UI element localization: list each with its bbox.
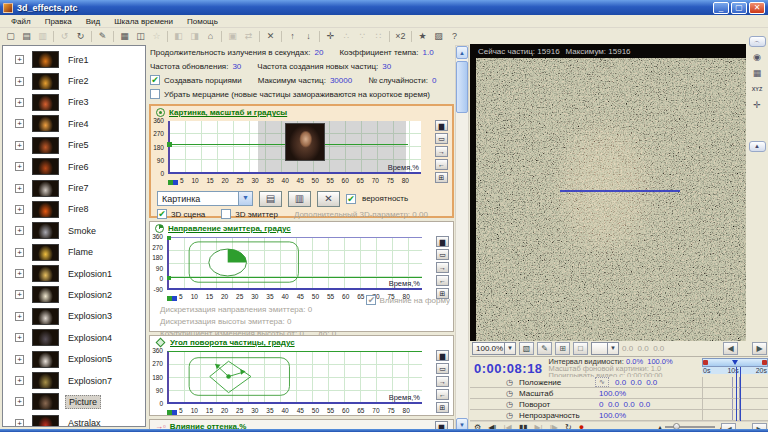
maximize-panel-icon[interactable]: ▆ xyxy=(436,236,449,247)
expand-icon[interactable]: + xyxy=(15,397,24,406)
track-value[interactable]: 100.0% xyxy=(599,411,626,420)
range-end-handle[interactable] xyxy=(762,360,767,365)
toolbar-icon[interactable] xyxy=(409,30,414,43)
tree-item[interactable]: + Smoke xyxy=(3,220,145,241)
window-panel-icon[interactable]: ▭ xyxy=(436,363,449,374)
panel2-title[interactable]: Направление эмиттера, градус xyxy=(168,224,291,233)
expand-icon[interactable]: + xyxy=(15,77,24,86)
save-icon[interactable]: ▥ xyxy=(35,30,50,43)
move-down-icon[interactable]: ↓ xyxy=(301,30,316,43)
favorite-icon[interactable]: ☆ xyxy=(149,30,164,43)
scrollbar-thumb[interactable] xyxy=(456,61,468,113)
toolbar-icon[interactable] xyxy=(165,30,170,43)
tree-item[interactable]: + Flame xyxy=(3,242,145,263)
maximize-button[interactable]: ▢ xyxy=(731,2,747,14)
pan-left-icon[interactable]: ◀ xyxy=(723,342,738,355)
max-particles-value[interactable]: 30000 xyxy=(330,76,352,85)
camera-icon[interactable]: ▧ xyxy=(519,342,534,355)
undo-icon[interactable]: ↺ xyxy=(57,30,72,43)
clapperboard-icon[interactable]: ◫ xyxy=(133,30,148,43)
tree-item[interactable]: + Explosion2 xyxy=(3,284,145,305)
texture-dropdown[interactable]: Картинка ▼ xyxy=(157,191,253,206)
expand-icon[interactable]: + xyxy=(15,55,24,64)
toolbar-icon[interactable] xyxy=(317,30,322,43)
stopwatch-icon[interactable]: ◷ xyxy=(506,389,516,398)
pie-icon[interactable] xyxy=(155,224,164,233)
tree-item[interactable]: + Fire7 xyxy=(3,177,145,198)
next-arrow-icon[interactable]: → xyxy=(436,376,449,387)
playhead-line[interactable] xyxy=(736,367,737,421)
expand-icon[interactable]: + xyxy=(15,162,24,171)
save-texture-button[interactable]: ▥ xyxy=(288,191,311,207)
transform-icon[interactable]: ✛ xyxy=(323,30,338,43)
tile-view-icon[interactable]: ⊞ xyxy=(555,342,570,355)
help-icon[interactable]: ? xyxy=(447,30,462,43)
curve-handle[interactable] xyxy=(167,142,172,147)
update-rate-value[interactable]: 30 xyxy=(232,62,241,71)
visible-range-band[interactable] xyxy=(702,358,768,367)
cart-icon[interactable]: ⌂ xyxy=(203,30,218,43)
zoom-dropdown[interactable]: 100.0% ▼ xyxy=(472,342,516,355)
toolbar-icon[interactable] xyxy=(279,30,284,43)
toolbar-icon[interactable] xyxy=(257,30,262,43)
background-image-icon[interactable]: ▨ xyxy=(431,30,446,43)
grid-icon[interactable]: ▦ xyxy=(750,67,764,79)
stopwatch-icon[interactable]: ◷ xyxy=(506,411,516,420)
duration-value[interactable]: 20 xyxy=(314,48,323,57)
timeline-ruler[interactable]: 0s10s20s xyxy=(702,356,768,377)
range-start-handle[interactable] xyxy=(703,360,708,365)
tree-item[interactable]: + Explosion7 xyxy=(3,370,145,391)
tree-item[interactable]: + Fire6 xyxy=(3,156,145,177)
title-bar[interactable]: 3d_effects.ptc _ ▢ ✕ xyxy=(0,0,768,15)
middle-scrollbar[interactable]: ▲ ▼ xyxy=(455,45,469,432)
keyframe-area[interactable] xyxy=(702,410,768,420)
tree-item[interactable]: + Picture xyxy=(3,391,145,412)
toolbar-icon[interactable] xyxy=(387,30,392,43)
collapse-top-icon[interactable]: ︵ xyxy=(749,36,766,47)
keyframe-area[interactable] xyxy=(702,377,768,387)
playhead-line[interactable] xyxy=(740,367,741,421)
emitter-axis-line[interactable] xyxy=(560,190,680,192)
batch-checkbox[interactable]: ✔ xyxy=(150,75,160,85)
loop-icon[interactable]: ∿ xyxy=(595,377,609,387)
import-icon[interactable]: ◧ xyxy=(171,30,186,43)
preview-viewport[interactable]: Сейчас частиц: 15916 Максимум: 15916 xyxy=(470,44,746,341)
close-button[interactable]: ✕ xyxy=(749,2,765,14)
track-value[interactable]: 0 0.0 0.0 0.0 xyxy=(599,400,650,409)
stopwatch-icon[interactable]: ◷ xyxy=(506,400,516,409)
x2-icon[interactable]: ×2 xyxy=(393,30,408,43)
stopwatch-icon[interactable]: ◷ xyxy=(506,378,516,387)
panel3-title[interactable]: Угол поворота частицы, градус xyxy=(170,338,295,347)
delete-texture-button[interactable]: ✕ xyxy=(317,191,340,207)
chevron-down-icon[interactable]: ▼ xyxy=(238,192,252,205)
tree-item[interactable]: + Fire8 xyxy=(3,199,145,220)
plot-area[interactable] xyxy=(168,121,421,174)
timeline-row[interactable]: ◷ Поворот 0 0.0 0.0 0.0 xyxy=(470,399,768,410)
timeline-row[interactable]: ◷ Непрозрачность 100.0% xyxy=(470,410,768,421)
next-arrow-icon[interactable]: → xyxy=(435,146,448,157)
expand-icon[interactable]: + xyxy=(15,355,24,364)
scene3d-checkbox[interactable]: ✔ xyxy=(157,209,167,219)
xyz-axes-icon[interactable]: XYZ xyxy=(750,83,764,95)
fit-view-icon[interactable]: ⊞ xyxy=(436,402,449,413)
tree-item[interactable]: + Explosion5 xyxy=(3,348,145,369)
expand-icon[interactable]: + xyxy=(15,226,24,235)
tree-item[interactable]: + Astralax xyxy=(3,413,145,427)
expand-icon[interactable]: + xyxy=(15,184,24,193)
prev-arrow-icon[interactable]: ← xyxy=(436,275,449,286)
expand-icon[interactable]: + xyxy=(15,290,24,299)
keyframe-area[interactable] xyxy=(702,399,768,409)
probability-checkbox[interactable]: ✔ xyxy=(346,194,356,204)
panel-radio-icon[interactable] xyxy=(156,108,165,117)
tree-item[interactable]: + Explosion1 xyxy=(3,263,145,284)
random-seed-value[interactable]: 0 xyxy=(432,76,436,85)
expand-icon[interactable]: + xyxy=(15,141,24,150)
load-texture-button[interactable]: ▤ xyxy=(259,191,282,207)
emitter-direction-graph[interactable]: 360270180900-90 510152025303540455055606… xyxy=(150,235,453,303)
minimize-button[interactable]: _ xyxy=(713,2,729,14)
link-icon[interactable]: ⇄ xyxy=(241,30,256,43)
chevron-down-icon[interactable]: ▼ xyxy=(504,343,515,354)
eyedropper-icon[interactable]: ✎ xyxy=(537,342,552,355)
window-panel-icon[interactable]: ▭ xyxy=(435,133,448,144)
expand-icon[interactable]: + xyxy=(15,205,24,214)
